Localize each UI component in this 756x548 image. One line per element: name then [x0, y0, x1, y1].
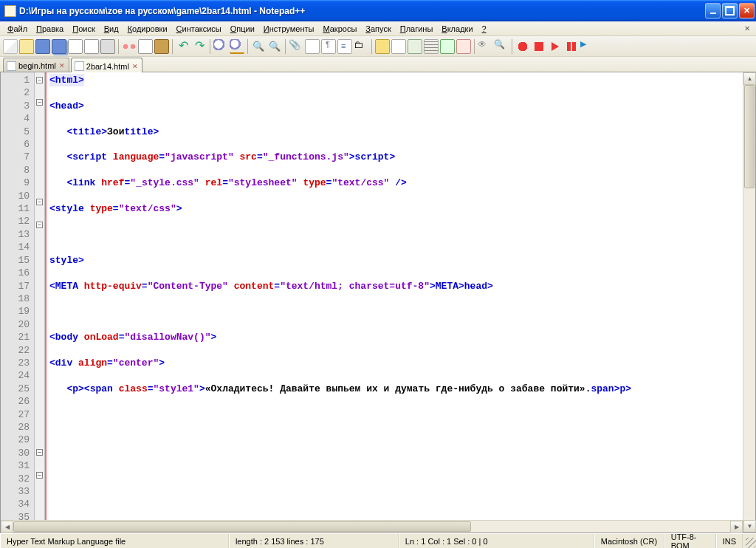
menu-options[interactable]: Опции — [226, 23, 259, 35]
horizontal-scrollbar[interactable]: ◀ ▶ — [1, 520, 743, 532]
close-button[interactable]: ✕ — [739, 3, 755, 18]
paste-icon[interactable] — [154, 39, 169, 54]
save-all-icon[interactable] — [52, 39, 66, 54]
menu-syntax[interactable]: Синтаксисы — [172, 23, 226, 35]
status-eol[interactable]: Macintosh (CR) — [594, 534, 664, 548]
toolbar-separator — [474, 39, 475, 54]
tab-label: begin.html — [18, 61, 56, 70]
record-macro-icon[interactable] — [515, 39, 530, 54]
tab-label: 2bar14.html — [86, 62, 129, 71]
menu-help[interactable]: ? — [478, 23, 491, 35]
scroll-up-icon[interactable]: ▲ — [743, 72, 756, 85]
doc-list-icon[interactable] — [424, 39, 439, 54]
statusbar: Hyper Text Markup Language file length :… — [0, 533, 756, 548]
menubar: Файл Правка Поиск Вид Кодировки Синтакси… — [0, 21, 756, 36]
status-encoding[interactable]: UTF-8-BOM — [664, 534, 716, 548]
uncomment-icon[interactable] — [456, 39, 471, 54]
tabbar: begin.html ✕ 2bar14.html ✕ — [0, 57, 756, 72]
scroll-right-icon[interactable]: ▶ — [730, 521, 743, 533]
tab-2bar14-html[interactable]: 2bar14.html ✕ — [71, 58, 142, 72]
toolbar — [0, 36, 756, 57]
redo-icon[interactable] — [192, 39, 207, 54]
menu-edit[interactable]: Правка — [32, 23, 68, 35]
status-length: length : 2 153 lines : 175 — [229, 534, 399, 548]
print-icon[interactable] — [100, 39, 115, 54]
toolbar-separator — [172, 39, 173, 54]
menu-plugins[interactable]: Плагины — [396, 23, 438, 35]
copy-icon[interactable] — [138, 39, 153, 54]
menu-view[interactable]: Вид — [100, 23, 123, 35]
close-file-icon[interactable] — [68, 39, 83, 54]
scroll-left-icon[interactable]: ◀ — [1, 521, 13, 533]
editor[interactable]: 1234567891011121314151617181920212223242… — [0, 72, 756, 533]
toolbar-separator — [512, 39, 512, 54]
play-macro-icon[interactable] — [548, 39, 563, 54]
show-whitespace-icon[interactable] — [321, 39, 336, 54]
status-filetype: Hyper Text Markup Language file — [0, 534, 229, 548]
save-macro-icon[interactable] — [580, 39, 595, 54]
undo-icon[interactable] — [176, 39, 190, 54]
find-icon[interactable] — [213, 39, 228, 54]
scroll-thumb[interactable] — [744, 85, 755, 188]
toolbar-separator — [210, 39, 210, 54]
user-lang-icon[interactable] — [354, 39, 368, 54]
menu-tools[interactable]: Инструменты — [259, 23, 319, 35]
menu-file[interactable]: Файл — [3, 23, 32, 35]
app-icon — [4, 5, 16, 17]
vertical-scrollbar[interactable]: ▲ ▼ — [743, 72, 755, 532]
tab-close-icon[interactable]: ✕ — [58, 62, 66, 69]
play-multi-icon[interactable] — [564, 39, 579, 54]
menu-macro[interactable]: Макросы — [318, 23, 361, 35]
open-file-icon[interactable] — [19, 39, 34, 54]
menu-tabs[interactable]: Вкладки — [437, 23, 477, 35]
toolbar-separator — [285, 39, 286, 54]
toolbar-separator — [247, 39, 248, 54]
show-symbol-icon[interactable] — [494, 39, 509, 54]
indent-guide-icon[interactable] — [337, 39, 352, 54]
file-icon — [7, 61, 16, 71]
status-insert-mode[interactable]: INS — [716, 534, 743, 548]
file-icon — [75, 61, 84, 71]
line-number-gutter: 1234567891011121314151617181920212223242… — [1, 72, 35, 532]
menu-search[interactable]: Поиск — [68, 23, 99, 35]
toolbar-separator — [118, 39, 119, 54]
zoom-in-icon[interactable] — [251, 39, 266, 54]
tab-close-icon[interactable]: ✕ — [131, 63, 139, 70]
maximize-button[interactable] — [722, 3, 738, 18]
resize-grip-icon[interactable] — [743, 535, 756, 548]
menu-run[interactable]: Запуск — [361, 23, 395, 35]
status-position: Ln : 1 Col : 1 Sel : 0 | 0 — [399, 534, 594, 548]
fold-all-icon[interactable] — [408, 39, 422, 54]
scroll-thumb[interactable] — [13, 521, 471, 532]
save-icon[interactable] — [35, 39, 50, 54]
stop-macro-icon[interactable] — [532, 39, 546, 54]
zoom-out-icon[interactable] — [267, 39, 282, 54]
window-title: D:\Игры на русском\zoe на русском\game\2… — [19, 6, 705, 16]
titlebar: D:\Игры на русском\zoe на русском\game\2… — [0, 0, 756, 21]
close-all-icon[interactable] — [84, 39, 99, 54]
doc-map-icon[interactable] — [391, 39, 406, 54]
menu-encoding[interactable]: Кодировки — [123, 23, 172, 35]
comment-icon[interactable] — [440, 39, 455, 54]
toolbar-separator — [371, 39, 372, 54]
scroll-down-icon[interactable]: ▼ — [743, 520, 756, 532]
new-file-icon[interactable] — [3, 39, 18, 54]
fold-column[interactable]: −−−−−− — [35, 72, 45, 532]
replace-icon[interactable] — [230, 39, 244, 54]
sync-scroll-icon[interactable] — [289, 39, 303, 54]
code-content[interactable]: <html> <head> <title>Зоиtitle> <script l… — [47, 72, 743, 532]
cut-icon[interactable] — [122, 39, 137, 54]
function-list-icon[interactable] — [375, 39, 390, 54]
mdi-close-icon[interactable]: ✕ — [741, 24, 753, 34]
minimize-button[interactable] — [705, 3, 721, 18]
word-wrap-icon[interactable] — [305, 39, 320, 54]
tab-begin-html[interactable]: begin.html ✕ — [3, 58, 69, 72]
monitor-icon[interactable] — [478, 39, 492, 54]
